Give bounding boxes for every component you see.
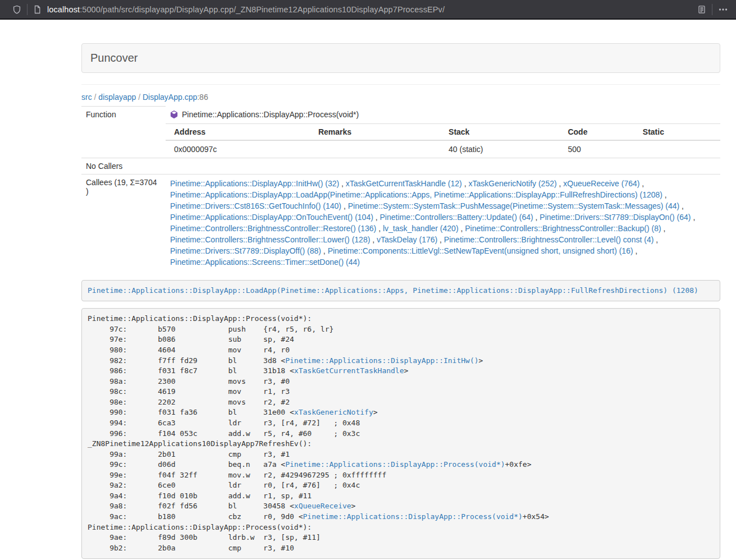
callee-separator: ,: [653, 235, 658, 244]
page-content: Puncover src / displayapp / DisplayApp.c…: [81, 20, 720, 559]
disassembly: Pinetime::Applications::DisplayApp::Proc…: [81, 308, 720, 559]
callee-separator: ,: [376, 224, 383, 233]
url-bar[interactable]: localhost:5000/path/src/displayapp/Displ…: [47, 5, 697, 14]
breadcrumb-link-src[interactable]: src: [81, 93, 92, 102]
callee-link[interactable]: xQueueReceive (764): [563, 179, 639, 188]
callee-link[interactable]: Pinetime::Drivers::St7789::DisplayOff() …: [170, 246, 321, 255]
breadcrumb-line-number: :86: [197, 93, 208, 102]
code-symbol-link[interactable]: xQueueReceive: [294, 502, 351, 510]
breadcrumb-separator: /: [138, 93, 140, 102]
address-table: Address Remarks Stack Code Static 0x0000…: [166, 124, 720, 158]
code-symbol-link[interactable]: Pinetime::Applications::DisplayApp::Init…: [285, 356, 478, 365]
code-symbol-link[interactable]: xTaskGetCurrentTaskHandle: [294, 366, 404, 375]
page-icon[interactable]: [33, 5, 42, 14]
column-header-static: Static: [634, 124, 720, 140]
callee-link[interactable]: Pinetime::Applications::DisplayApp::Load…: [170, 190, 662, 199]
no-callers-label: No Callers: [81, 158, 166, 174]
callee-link[interactable]: Pinetime::Applications::DisplayApp::OnTo…: [170, 213, 373, 222]
callee-separator: ,: [462, 179, 469, 188]
code-size-value: 500: [559, 140, 634, 158]
chrome-divider: [27, 4, 28, 15]
callee-separator: ,: [691, 213, 696, 222]
column-header-code: Code: [559, 124, 634, 140]
loadapp-highlight-box: Pinetime::Applications::DisplayApp::Load…: [81, 280, 720, 302]
table-row: 0x0000097c 40 (static) 500: [166, 140, 720, 158]
callee-separator: ,: [341, 201, 348, 210]
callee-separator: ,: [661, 224, 666, 233]
divider: [81, 84, 720, 85]
callee-link[interactable]: Pinetime::Components::LittleVgl::SetNewT…: [328, 246, 633, 255]
callee-link[interactable]: Pinetime::Controllers::BrightnessControl…: [444, 235, 653, 244]
page-title: Puncover: [90, 52, 138, 64]
function-table: Function Pinetime::Applications::Display…: [81, 106, 720, 271]
static-value: [634, 140, 720, 158]
address-value: 0x0000097c: [166, 140, 310, 158]
remarks-value: [310, 140, 440, 158]
callees-label: Callees (19, Σ=3704 ): [81, 174, 166, 271]
stack-value: 40 (static): [440, 140, 559, 158]
callee-separator: ,: [533, 213, 540, 222]
callee-separator: ,: [679, 201, 684, 210]
callee-link[interactable]: Pinetime::Drivers::St7789::DisplayOn() (…: [540, 213, 691, 222]
callee-link[interactable]: Pinetime::Controllers::BrightnessControl…: [465, 224, 661, 233]
kebab-menu-icon[interactable]: [718, 5, 728, 14]
code-symbol-link[interactable]: Pinetime::Applications::DisplayApp::Proc…: [285, 460, 505, 469]
breadcrumb: src / displayapp / DisplayApp.cpp:86: [81, 91, 720, 103]
callee-link[interactable]: Pinetime::Controllers::Battery::Update()…: [380, 213, 533, 222]
url-host: localhost: [47, 5, 80, 14]
callee-link[interactable]: Pinetime::Drivers::Cst816S::GetTouchInfo…: [170, 201, 341, 210]
code-symbol-link[interactable]: Pinetime::Applications::DisplayApp::Proc…: [303, 512, 523, 521]
breadcrumb-link-file[interactable]: DisplayApp.cpp: [143, 93, 197, 102]
callee-separator: ,: [370, 235, 377, 244]
loadapp-link[interactable]: Pinetime::Applications::DisplayApp::Load…: [88, 286, 698, 295]
callee-separator: ,: [437, 235, 444, 244]
callee-link[interactable]: Pinetime::Controllers::BrightnessControl…: [170, 224, 376, 233]
callee-link[interactable]: xTaskGenericNotify (252): [468, 179, 556, 188]
column-header-address: Address: [166, 124, 310, 140]
breadcrumb-link-displayapp[interactable]: displayapp: [98, 93, 136, 102]
function-row-label: Function: [81, 107, 166, 124]
callee-link[interactable]: Pinetime::Controllers::BrightnessControl…: [170, 235, 370, 244]
url-path: :5000/path/src/displayapp/DisplayApp.cpp…: [80, 5, 445, 14]
callee-separator: ,: [373, 213, 380, 222]
shield-icon[interactable]: [12, 5, 21, 14]
callee-separator: ,: [633, 246, 638, 255]
breadcrumb-separator: /: [94, 93, 97, 102]
package-icon: [170, 111, 178, 120]
callee-separator: ,: [639, 179, 644, 188]
browser-chrome: localhost:5000/path/src/displayapp/Displ…: [0, 0, 736, 20]
callee-separator: ,: [557, 179, 564, 188]
chrome-divider: [712, 4, 712, 15]
callee-link[interactable]: vTaskDelay (176): [377, 235, 437, 244]
callee-link[interactable]: Pinetime::Applications::Screens::Timer::…: [170, 258, 360, 267]
column-header-remarks: Remarks: [310, 124, 440, 140]
callee-link[interactable]: Pinetime::System::SystemTask::PushMessag…: [348, 201, 680, 210]
callee-separator: ,: [321, 246, 328, 255]
column-header-stack: Stack: [440, 124, 559, 140]
callee-separator: ,: [662, 190, 667, 199]
callees-list: Pinetime::Applications::DisplayApp::Init…: [166, 174, 720, 271]
callee-link[interactable]: lv_task_handler (420): [383, 224, 459, 233]
callee-link[interactable]: Pinetime::Applications::DisplayApp::Init…: [170, 179, 339, 188]
callee-separator: ,: [459, 224, 465, 233]
reader-mode-icon[interactable]: [697, 5, 706, 14]
app-title-panel: Puncover: [81, 43, 720, 73]
code-symbol-link[interactable]: xTaskGenericNotify: [294, 408, 373, 416]
callee-link[interactable]: xTaskGetCurrentTaskHandle (12): [346, 179, 462, 188]
callee-separator: ,: [339, 179, 346, 188]
function-name: Pinetime::Applications::DisplayApp::Proc…: [182, 110, 359, 119]
